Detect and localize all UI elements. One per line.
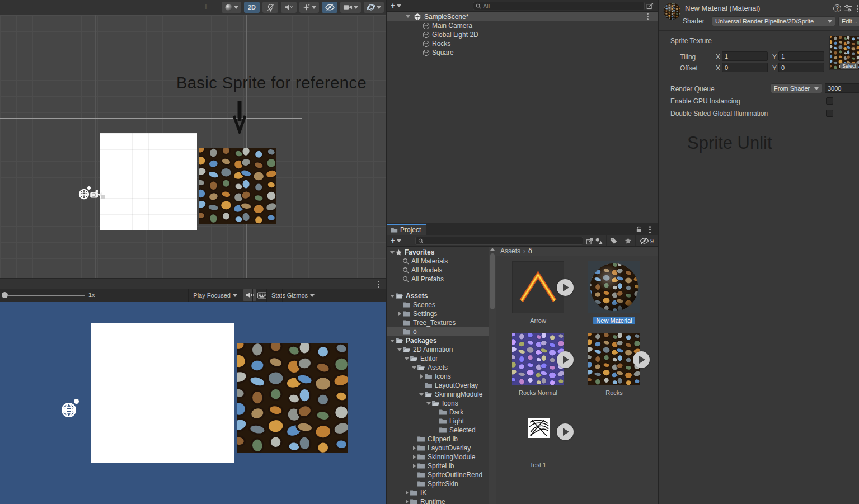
render-queue-input[interactable]: [825, 83, 859, 93]
scrollbar-thumb[interactable]: [490, 253, 495, 309]
project-tree-item[interactable]: IK: [387, 488, 489, 497]
project-tree-item[interactable]: SkinningModule: [387, 390, 489, 399]
project-search-input[interactable]: [425, 238, 580, 244]
project-tree-item[interactable]: Runtime: [387, 497, 489, 504]
foldout-arrow[interactable]: [389, 251, 395, 254]
project-tree-item[interactable]: All Prefabs: [387, 275, 489, 284]
foldout-arrow[interactable]: [389, 340, 395, 342]
project-tree-item[interactable]: Light: [387, 417, 489, 426]
filter-by-label-button[interactable]: [606, 235, 621, 246]
project-tree-item[interactable]: Packages: [387, 336, 489, 345]
gizmos-dropdown[interactable]: Gizmos: [282, 289, 319, 302]
foldout-arrow[interactable]: [397, 312, 402, 316]
foldout-arrow[interactable]: [397, 348, 402, 351]
asset-tile[interactable]: Test 1: [512, 406, 564, 458]
foldout-arrow[interactable]: [404, 357, 410, 360]
scene-header-row[interactable]: SampleScene*: [387, 12, 658, 21]
tree-scrollbar[interactable]: [489, 247, 496, 504]
hierarchy-search-field[interactable]: [473, 2, 645, 10]
project-tree-item[interactable]: SkinningModule: [387, 453, 489, 461]
tiling-x-input[interactable]: [722, 51, 768, 61]
project-tree-item[interactable]: Assets: [387, 291, 489, 300]
project-tree-item[interactable]: Icons: [387, 399, 489, 408]
project-tree-item[interactable]: SpriteSkin: [387, 479, 489, 488]
tiling-y-input[interactable]: [778, 51, 824, 61]
scene-visibility-button[interactable]: [322, 2, 337, 13]
effects-button[interactable]: [299, 2, 319, 13]
project-tree-item[interactable]: All Models: [387, 266, 489, 275]
project-tree-item[interactable]: SpriteLib: [387, 461, 489, 470]
hierarchy-item[interactable]: Rocks: [387, 39, 658, 48]
hierarchy-item[interactable]: Main Camera: [387, 21, 658, 30]
project-tree-item[interactable]: Editor: [387, 354, 489, 363]
asset-grid-pane[interactable]: Assets › ö ArrowNew MaterialRocks Normal…: [496, 247, 659, 504]
scroll-up-arrow-icon[interactable]: [490, 248, 495, 251]
foldout-arrow[interactable]: [411, 446, 417, 450]
project-tree-item[interactable]: Settings: [387, 309, 489, 318]
kebab-menu-icon[interactable]: [644, 13, 651, 21]
rocks-sprite[interactable]: [199, 148, 276, 224]
presets-icon[interactable]: [844, 4, 852, 12]
breadcrumb-current[interactable]: ö: [528, 247, 532, 255]
hierarchy-item[interactable]: Square: [387, 48, 658, 57]
project-tree-item[interactable]: Assets: [387, 363, 489, 372]
sprite-texture-thumbnail[interactable]: Select: [829, 36, 859, 70]
foldout-arrow[interactable]: [411, 455, 417, 459]
project-tree-item[interactable]: All Materials: [387, 257, 489, 266]
shader-dropdown[interactable]: Universal Render Pipeline/2D/Sprite: [712, 16, 835, 26]
gpu-instancing-checkbox[interactable]: [826, 97, 833, 105]
hierarchy-search-input[interactable]: [483, 3, 642, 10]
zoom-slider[interactable]: [8, 295, 85, 296]
hierarchy-item[interactable]: Global Light 2D: [387, 30, 658, 39]
padlock-open-icon[interactable]: [636, 226, 642, 233]
shader-edit-button[interactable]: Edit...: [838, 16, 859, 26]
project-tree-item[interactable]: Selected: [387, 426, 489, 435]
tab-project[interactable]: Project: [387, 224, 426, 235]
project-tree-item[interactable]: ö: [387, 327, 489, 336]
asset-tile[interactable]: Rocks Normal: [512, 333, 564, 385]
zoom-slider-knob[interactable]: [2, 292, 8, 298]
play-overlay-icon[interactable]: [557, 423, 574, 440]
foldout-arrow[interactable]: [411, 464, 417, 468]
project-tree-item[interactable]: ClipperLib: [387, 435, 489, 444]
play-mode-dropdown[interactable]: Play Focused: [188, 289, 242, 302]
toolbar-drag-handle-icon[interactable]: ‖: [205, 3, 208, 11]
create-object-button[interactable]: +: [387, 1, 405, 10]
breadcrumb-root[interactable]: Assets: [500, 247, 520, 255]
project-tree-item[interactable]: Tree_Textures: [387, 318, 489, 327]
draw-mode-button[interactable]: [222, 2, 241, 13]
project-tree-item[interactable]: 2D Animation: [387, 345, 489, 354]
scene-lighting-button[interactable]: [262, 2, 278, 13]
offset-y-input[interactable]: [778, 63, 824, 72]
play-overlay-icon[interactable]: [633, 351, 650, 368]
project-tree-item[interactable]: Favorites: [387, 248, 489, 257]
foldout-arrow[interactable]: [419, 393, 424, 396]
foldout-arrow[interactable]: [404, 500, 410, 504]
play-overlay-icon[interactable]: [557, 279, 574, 296]
offset-x-input[interactable]: [722, 63, 768, 72]
project-tree-item[interactable]: SpriteOutlineRend: [387, 470, 489, 479]
asset-tile[interactable]: Rocks: [588, 333, 640, 385]
gizmo-handle[interactable]: [101, 195, 105, 199]
open-external-icon[interactable]: [646, 2, 654, 10]
play-overlay-icon[interactable]: [557, 351, 574, 368]
create-asset-button[interactable]: +: [387, 236, 405, 245]
project-tree-item[interactable]: Icons: [387, 372, 489, 381]
favorites-filter-button[interactable]: [621, 235, 635, 246]
asset-tile[interactable]: Arrow: [512, 261, 564, 313]
help-icon[interactable]: ?: [833, 4, 841, 12]
kebab-menu-icon[interactable]: [646, 225, 653, 233]
foldout-arrow[interactable]: [426, 402, 431, 405]
game-view-panel[interactable]: [0, 302, 386, 504]
scene-audio-button[interactable]: [281, 2, 297, 13]
hidden-count-button[interactable]: 9: [635, 235, 658, 246]
project-tree-item[interactable]: LayoutOverlay: [387, 444, 489, 453]
scene-gizmo-button[interactable]: [364, 2, 384, 13]
asset-tile[interactable]: New Material: [588, 261, 640, 313]
scene-canvas[interactable]: Basic Sprite for reference: [0, 15, 386, 278]
project-search-field[interactable]: [415, 237, 583, 245]
project-tree-item[interactable]: Scenes: [387, 300, 489, 309]
foldout-arrow[interactable]: [404, 491, 410, 495]
project-tree-item[interactable]: Dark: [387, 408, 489, 417]
square-sprite[interactable]: [100, 133, 197, 230]
